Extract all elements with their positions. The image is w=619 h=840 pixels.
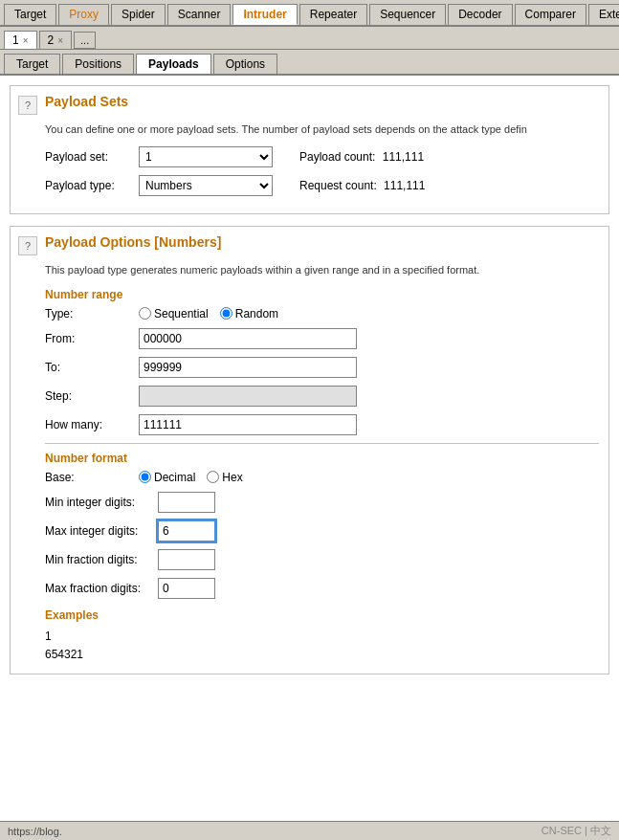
- instance-tab-bar: 1 × 2 × ...: [0, 27, 619, 50]
- sequential-label: Sequential: [154, 307, 209, 321]
- payload-type-select[interactable]: Numbers Simple list Runtime file Custom …: [139, 175, 273, 196]
- to-label: To:: [45, 361, 131, 374]
- sub-tab-payloads[interactable]: Payloads: [136, 54, 211, 74]
- payload-set-row: Payload set: 1 2 3 Payload count: 111,11…: [45, 146, 599, 167]
- to-input[interactable]: [139, 357, 357, 378]
- hex-label: Hex: [222, 471, 242, 484]
- example-1: 1: [45, 628, 599, 646]
- payload-set-select[interactable]: 1 2 3: [139, 146, 273, 167]
- min-integer-row: Min integer digits:: [45, 492, 599, 513]
- close-tab-2-icon[interactable]: ×: [57, 35, 63, 46]
- how-many-row: How many:: [45, 414, 599, 435]
- payload-options-header: ? Payload Options [Numbers]: [11, 227, 608, 259]
- status-branding: CN-SEC | 中文: [542, 824, 611, 838]
- tab-extender[interactable]: Extender: [588, 4, 619, 25]
- from-label: From:: [45, 332, 131, 345]
- random-label: Random: [235, 307, 278, 321]
- request-count-label: Request count: 111,111: [299, 179, 425, 192]
- max-integer-label: Max integer digits:: [45, 524, 150, 538]
- tab-comparer[interactable]: Comparer: [515, 4, 586, 25]
- payload-sets-description: You can define one or more payload sets.…: [45, 122, 599, 137]
- max-fraction-row: Max fraction digits:: [45, 578, 599, 599]
- hex-radio[interactable]: [207, 471, 219, 483]
- payload-sets-title: Payload Sets: [45, 94, 128, 109]
- min-fraction-row: Min fraction digits:: [45, 549, 599, 570]
- how-many-label: How many:: [45, 418, 131, 431]
- min-fraction-input[interactable]: [158, 549, 215, 570]
- examples-section: Examples 1 654321: [45, 608, 599, 664]
- decimal-label: Decimal: [154, 471, 195, 484]
- payload-type-label: Payload type:: [45, 179, 131, 192]
- payload-options-title: Payload Options [Numbers]: [45, 234, 221, 250]
- decimal-radio-label[interactable]: Decimal: [139, 471, 195, 484]
- payload-sets-help-icon[interactable]: ?: [18, 96, 37, 115]
- close-tab-1-icon[interactable]: ×: [23, 35, 29, 46]
- payload-count-value: 111,111: [383, 150, 424, 164]
- payload-set-label: Payload set:: [45, 150, 131, 164]
- payload-options-section: ? Payload Options [Numbers] This payload…: [10, 226, 609, 674]
- payload-type-row: Payload type: Numbers Simple list Runtim…: [45, 175, 599, 196]
- how-many-input[interactable]: [139, 414, 357, 435]
- random-radio[interactable]: [220, 307, 232, 320]
- tab-decoder[interactable]: Decoder: [448, 4, 512, 25]
- status-bar: https://blog. CN-SEC | 中文: [0, 821, 619, 840]
- tab-target[interactable]: Target: [4, 4, 56, 25]
- decimal-radio[interactable]: [139, 471, 151, 483]
- tab-spider[interactable]: Spider: [111, 4, 166, 25]
- base-label: Base:: [45, 471, 131, 484]
- from-row: From:: [45, 328, 599, 349]
- sub-tab-options[interactable]: Options: [213, 54, 277, 74]
- request-count-value: 111,111: [384, 179, 425, 192]
- step-row: Step:: [45, 386, 599, 407]
- sequential-radio[interactable]: [139, 307, 151, 320]
- instance-tab-1[interactable]: 1 ×: [4, 31, 37, 49]
- tab-proxy[interactable]: Proxy: [58, 4, 109, 25]
- tab-scanner[interactable]: Scanner: [167, 4, 232, 25]
- tab-repeater[interactable]: Repeater: [299, 4, 367, 25]
- number-range-label: Number range: [45, 288, 599, 301]
- divider: [45, 443, 599, 444]
- max-integer-row: Max integer digits:: [45, 520, 599, 542]
- type-row: Type: Sequential Random: [45, 307, 599, 321]
- base-row: Base: Decimal Hex: [45, 471, 599, 484]
- payload-sets-section: ? Payload Sets You can define one or mor…: [10, 85, 609, 214]
- payload-sets-content: You can define one or more payload sets.…: [11, 119, 608, 213]
- min-integer-label: Min integer digits:: [45, 496, 150, 509]
- type-radio-group: Sequential Random: [139, 307, 278, 321]
- main-content: ? Payload Sets You can define one or mor…: [0, 76, 619, 840]
- number-format-label: Number format: [45, 452, 599, 465]
- tab-intruder[interactable]: Intruder: [232, 4, 297, 25]
- to-row: To:: [45, 357, 599, 378]
- more-tabs-button[interactable]: ...: [74, 32, 96, 49]
- step-label: Step:: [45, 389, 131, 403]
- step-input[interactable]: [139, 386, 357, 407]
- sub-tab-positions[interactable]: Positions: [62, 54, 134, 74]
- examples-label: Examples: [45, 608, 599, 622]
- status-url: https://blog.: [8, 826, 62, 837]
- base-radio-group: Decimal Hex: [139, 471, 243, 484]
- sequential-radio-label[interactable]: Sequential: [139, 307, 209, 321]
- hex-radio-label[interactable]: Hex: [207, 471, 242, 484]
- sub-tab-target[interactable]: Target: [4, 54, 60, 74]
- from-input[interactable]: [139, 328, 357, 349]
- max-fraction-input[interactable]: [158, 578, 215, 599]
- top-tab-bar: Target Proxy Spider Scanner Intruder Rep…: [0, 0, 619, 27]
- type-label: Type:: [45, 307, 131, 321]
- min-integer-input[interactable]: [158, 492, 215, 513]
- max-integer-input[interactable]: [158, 520, 215, 542]
- payload-options-content: This payload type generates numeric payl…: [11, 259, 608, 674]
- payload-options-description: This payload type generates numeric payl…: [45, 263, 599, 277]
- tab-sequencer[interactable]: Sequencer: [369, 4, 446, 25]
- sub-tab-bar: Target Positions Payloads Options: [0, 50, 619, 76]
- payload-options-help-icon[interactable]: ?: [18, 236, 37, 255]
- payload-sets-header: ? Payload Sets: [11, 86, 608, 119]
- random-radio-label[interactable]: Random: [220, 307, 278, 321]
- example-2: 654321: [45, 646, 599, 664]
- min-fraction-label: Min fraction digits:: [45, 553, 150, 566]
- payload-count-label: Payload count: 111,111: [299, 150, 424, 164]
- instance-tab-2[interactable]: 2 ×: [39, 31, 73, 49]
- max-fraction-label: Max fraction digits:: [45, 582, 150, 595]
